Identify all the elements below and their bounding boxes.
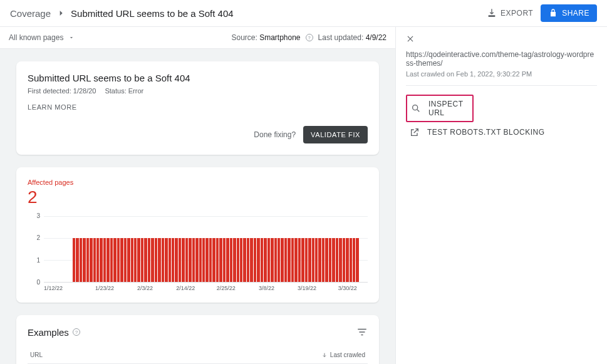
help-icon[interactable]: ? (306, 34, 313, 41)
chart-bar (339, 238, 341, 282)
chart-bar (83, 238, 85, 282)
affected-count: 2 (28, 187, 368, 207)
download-icon (487, 8, 497, 18)
chart-bar (209, 238, 212, 282)
header-actions: EXPORT SHARE (487, 4, 597, 22)
chart-bar (151, 238, 153, 282)
chart-bar (274, 238, 277, 282)
chart-bar (353, 238, 355, 282)
chart-bar (179, 238, 181, 282)
chart-bar (305, 238, 308, 282)
chart-bar (267, 238, 270, 282)
chart-bar (261, 238, 263, 282)
chart-bar (162, 238, 164, 282)
chart-bar (124, 238, 127, 282)
test-robots-button[interactable]: TEST ROBOTS.TXT BLOCKING (406, 122, 597, 142)
breadcrumb: Coverage Submitted URL seems to be a Sof… (10, 8, 234, 19)
chart-bar (240, 238, 242, 282)
svg-point-0 (413, 105, 418, 110)
chart-bar (103, 238, 106, 282)
chart-bar (172, 238, 174, 282)
first-detected: First detected: 1/28/20 (28, 87, 96, 95)
chart-bar (110, 238, 113, 282)
chart-bar (100, 238, 102, 282)
chart-bar (158, 238, 160, 282)
chart-bar (189, 238, 191, 282)
chart-bar (226, 238, 229, 282)
export-label: EXPORT (501, 9, 533, 18)
chart-bar (73, 238, 75, 282)
chart-bar (155, 238, 157, 282)
panel-url: https://qodeinteractive.com/theme-tag/as… (406, 50, 597, 68)
arrow-down-icon (321, 352, 328, 358)
export-button[interactable]: EXPORT (487, 8, 533, 18)
chart-bar (288, 238, 290, 282)
search-icon (411, 103, 421, 113)
chart-bar (343, 238, 345, 282)
chart-bar (76, 238, 78, 282)
breadcrumb-root[interactable]: Coverage (10, 8, 51, 19)
chart-bar (182, 238, 184, 282)
chart-bar (148, 238, 150, 282)
chart-bar (137, 238, 140, 282)
chart-bar (325, 238, 328, 282)
pages-filter[interactable]: All known pages (9, 33, 75, 42)
status-title: Submitted URL seems to be a Soft 404 (28, 73, 368, 83)
chart-bar (106, 238, 109, 282)
chart-bar (329, 238, 331, 282)
filter-icon[interactable] (356, 326, 368, 338)
chart-bar (250, 238, 252, 282)
chart-bar (254, 238, 256, 282)
inspect-url-button[interactable]: INSPECT URL (406, 95, 474, 122)
done-fixing-label: Done fixing? (254, 130, 296, 139)
chart-bar (318, 238, 321, 282)
chart-bar (120, 238, 123, 282)
chart-bar (308, 238, 311, 282)
affected-label: Affected pages (28, 179, 368, 186)
chart-bar (192, 238, 195, 282)
breadcrumb-current: Submitted URL seems to be a Soft 404 (71, 8, 234, 19)
chart-bar (96, 238, 99, 282)
close-icon (406, 34, 415, 43)
chart-bar (230, 238, 232, 282)
source-label: Source: Smartphone (231, 33, 300, 42)
main-content: All known pages Source: Smartphone ? Las… (0, 27, 395, 364)
help-icon[interactable]: ? (73, 328, 80, 336)
col-last-crawled[interactable]: Last crawled (321, 351, 365, 358)
chart-bar (332, 238, 335, 282)
chart-bar (350, 238, 352, 282)
chart-bar (202, 238, 205, 282)
learn-more-link[interactable]: LEARN MORE (28, 103, 368, 111)
chart-bar (127, 238, 130, 282)
close-button[interactable] (406, 34, 415, 45)
test-robots-label: TEST ROBOTS.TXT BLOCKING (427, 128, 545, 137)
status-value: Status: Error (105, 87, 143, 95)
share-button[interactable]: SHARE (541, 4, 597, 22)
examples-title: Examples ? (28, 327, 80, 338)
chart-bar (223, 238, 226, 282)
status-card: Submitted URL seems to be a Soft 404 Fir… (16, 61, 379, 155)
chart-bar (195, 238, 198, 282)
share-label: SHARE (562, 9, 589, 18)
chart-bar (346, 238, 348, 282)
chart-bar (144, 238, 147, 282)
chart-bar (169, 238, 171, 282)
chart-bar (312, 238, 314, 282)
chart-bar (301, 238, 304, 282)
chart-bar (284, 238, 287, 282)
chart-bar (294, 238, 297, 282)
lock-icon (548, 8, 558, 18)
col-url: URL (30, 351, 43, 358)
chart-bar (93, 238, 96, 282)
panel-crawl-date: Last crawled on Feb 1, 2022, 9:30:22 PM (406, 70, 597, 86)
chart-bar (219, 238, 222, 282)
chart-bar (175, 238, 177, 282)
chart-bar (281, 238, 283, 282)
page-header: Coverage Submitted URL seems to be a Sof… (0, 0, 607, 27)
chevron-down-icon (68, 34, 75, 41)
validate-fix-button[interactable]: VALIDATE FIX (303, 126, 368, 143)
chart-bar (86, 238, 89, 282)
chart-bar (336, 238, 338, 282)
open-external-icon (410, 127, 420, 137)
chart-bar (233, 238, 236, 282)
